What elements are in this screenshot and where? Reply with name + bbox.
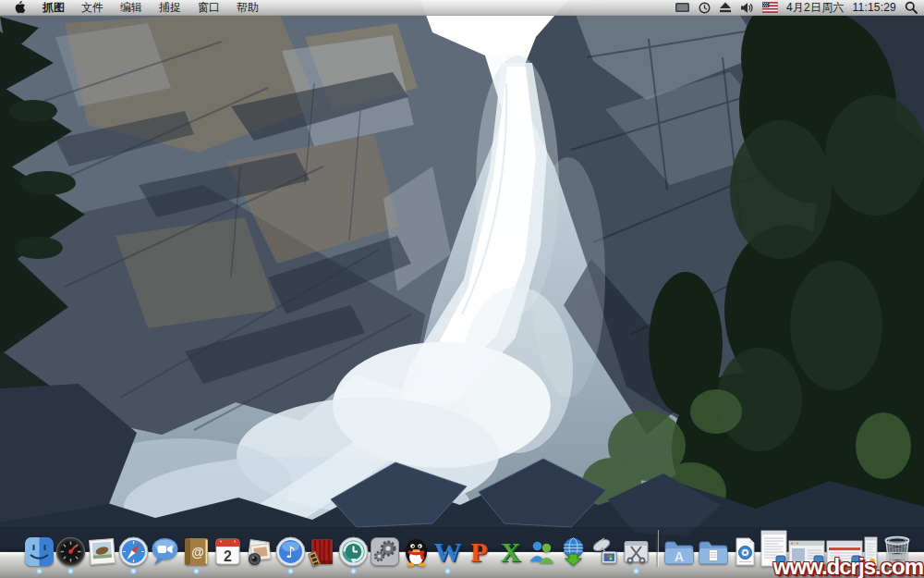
dock-divider — [656, 530, 658, 567]
word-icon: W W — [432, 536, 463, 567]
us-flag-icon — [762, 2, 778, 13]
dock-item-applications-folder[interactable]: A — [663, 536, 696, 567]
dock-item-qq[interactable] — [401, 536, 432, 567]
display-icon — [675, 2, 690, 14]
dock-item-finder[interactable] — [24, 536, 55, 567]
dock-item-dashboard[interactable] — [55, 536, 86, 567]
dock-item-excel[interactable]: X X — [495, 536, 526, 567]
menubar-date[interactable]: 4月2日周六 — [786, 0, 845, 16]
ical-icon: 2 — [213, 536, 243, 567]
iphoto-icon — [87, 536, 117, 567]
menu-capture[interactable]: 捕捉 — [151, 0, 189, 15]
menu-window[interactable]: 窗口 — [189, 0, 228, 15]
spotlight-menu[interactable] — [905, 0, 918, 15]
eject-menu-icon[interactable] — [719, 0, 732, 15]
display-menu-icon[interactable] — [675, 0, 690, 15]
svg-text:X: X — [501, 536, 521, 567]
clock-menu-icon[interactable] — [699, 0, 711, 15]
photo-booth-icon — [244, 536, 274, 567]
menu-help[interactable]: 帮助 — [228, 0, 267, 15]
system-preferences-icon — [370, 536, 400, 567]
installer-file-icon — [731, 536, 760, 567]
dock-item-front-row[interactable] — [307, 536, 337, 567]
dock-item-safari[interactable] — [118, 536, 149, 567]
documents-folder-icon — [697, 536, 730, 567]
desktop-screen: 抓图 文件 编辑 捕捉 窗口 帮助 — [0, 0, 924, 578]
applications-folder-icon: A — [663, 536, 696, 567]
volume-icon — [740, 2, 754, 14]
itunes-icon: ♪ — [275, 536, 306, 567]
svg-text:♪: ♪ — [286, 543, 296, 561]
dock-item-word[interactable]: W W — [432, 536, 463, 567]
dock-item-powerpoint[interactable]: P P — [464, 536, 494, 567]
dock-item-ical[interactable]: 2 — [213, 536, 243, 567]
dock-item-remote-desktop[interactable] — [590, 536, 620, 567]
svg-text:2: 2 — [224, 548, 232, 564]
dock-item-ichat[interactable] — [150, 536, 180, 567]
apple-icon — [15, 1, 26, 14]
dock-item-iphoto[interactable] — [87, 536, 117, 567]
qq-icon — [401, 536, 432, 567]
ichat-icon — [150, 536, 180, 567]
dashboard-icon — [55, 536, 86, 567]
dock-item-msn-messenger[interactable] — [527, 536, 557, 567]
spotlight-icon — [905, 1, 918, 14]
dock-item-address-book[interactable]: @ — [181, 536, 212, 567]
dock-item-downloader[interactable] — [558, 536, 589, 567]
watermark-text: www.dcrjs.com — [773, 556, 923, 578]
download-globe-icon — [558, 536, 589, 567]
svg-text:P: P — [470, 536, 487, 567]
svg-text:@: @ — [191, 545, 204, 560]
powerpoint-icon: P P — [464, 536, 494, 567]
svg-text:W: W — [434, 536, 462, 567]
address-book-icon: @ — [181, 536, 212, 567]
volume-menu-icon[interactable] — [740, 0, 754, 15]
dock-item-system-preferences[interactable] — [370, 536, 400, 567]
grab-scissors-icon — [621, 536, 651, 567]
svg-text:A: A — [675, 549, 684, 564]
input-source-menu[interactable] — [762, 0, 778, 15]
msn-messenger-icon — [527, 536, 557, 567]
eject-icon — [719, 2, 732, 13]
menu-bar: 抓图 文件 编辑 捕捉 窗口 帮助 — [0, 0, 924, 16]
menu-edit[interactable]: 编辑 — [112, 0, 151, 15]
menu-file[interactable]: 文件 — [73, 0, 112, 15]
safari-icon — [118, 536, 149, 567]
menubar-clock[interactable]: 11:15:29 — [853, 1, 896, 14]
menu-app-name[interactable]: 抓图 — [34, 0, 73, 15]
dock-item-installer-file[interactable] — [731, 536, 760, 567]
dock-item-photo-booth[interactable] — [244, 536, 274, 567]
front-row-icon — [307, 536, 337, 567]
remote-desktop-icon — [590, 536, 620, 567]
clock-icon — [699, 2, 711, 14]
excel-icon: X X — [495, 536, 526, 567]
dock-item-grab[interactable] — [621, 536, 651, 567]
apple-menu[interactable] — [6, 0, 34, 15]
wallpaper-yosemite-falls — [0, 0, 924, 578]
finder-icon — [24, 536, 55, 567]
dock-item-time-machine[interactable] — [338, 536, 369, 567]
time-machine-icon — [338, 536, 369, 567]
dock-item-documents-folder[interactable] — [697, 536, 730, 567]
dock-item-itunes[interactable]: ♪ — [275, 536, 306, 567]
